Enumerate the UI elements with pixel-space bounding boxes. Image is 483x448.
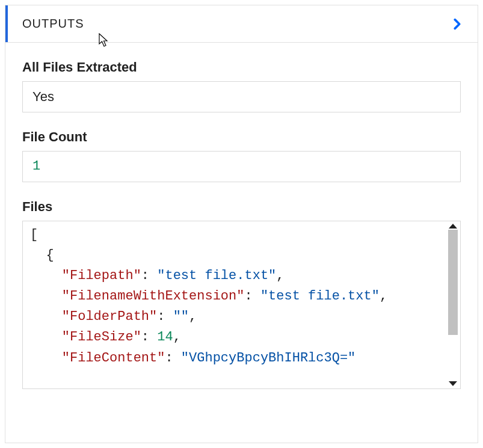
json-scrollbar[interactable] — [447, 222, 459, 387]
value-all-files-extracted[interactable]: Yes — [22, 81, 461, 112]
value-file-count[interactable]: 1 — [22, 151, 461, 182]
json-value-filecontent: "VGhpcyBpcyBhIHRlc3Q=" — [181, 351, 355, 366]
label-file-count: File Count — [22, 129, 461, 145]
json-value-filepath: "test file.txt" — [157, 268, 276, 283]
json-key-filepath: "Filepath" — [62, 268, 141, 283]
json-key-filename: "FilenameWithExtension" — [62, 289, 245, 304]
scroll-down-arrow-icon[interactable] — [449, 381, 457, 386]
json-open-bracket: [ — [30, 227, 38, 242]
panel-content: All Files Extracted Yes File Count 1 Fil… — [5, 43, 478, 389]
json-comma: , — [276, 268, 284, 283]
json-value-filesize: 14 — [157, 330, 173, 345]
field-file-count: File Count 1 — [22, 129, 461, 182]
chevron-right-icon[interactable] — [448, 14, 467, 34]
json-comma: , — [189, 309, 197, 324]
json-viewer[interactable]: [ { "Filepath": "test file.txt", "Filena… — [22, 221, 461, 389]
outputs-panel: OUTPUTS All Files Extracted Yes File Cou… — [5, 5, 478, 443]
json-value-filename: "test file.txt" — [260, 289, 380, 304]
json-indent — [30, 351, 62, 366]
panel-header: OUTPUTS — [5, 5, 478, 43]
json-indent — [30, 330, 62, 345]
label-files: Files — [22, 199, 461, 215]
json-value-folderpath: "" — [173, 309, 189, 324]
json-indent — [30, 309, 62, 324]
header-left: OUTPUTS — [5, 5, 84, 42]
json-colon: : — [244, 289, 260, 304]
json-indent — [30, 289, 62, 304]
json-indent — [30, 268, 62, 283]
json-key-filesize: "FileSize" — [62, 330, 141, 345]
scrollbar-thumb[interactable] — [448, 230, 458, 335]
field-files: Files [ { "Filepath": "test file.txt", "… — [22, 199, 461, 389]
json-colon: : — [141, 330, 157, 345]
json-colon: : — [141, 268, 157, 283]
json-open-brace: { — [30, 248, 54, 263]
scrollbar-track[interactable] — [448, 230, 458, 380]
json-colon: : — [165, 351, 180, 366]
json-colon: : — [157, 309, 173, 324]
label-all-files-extracted: All Files Extracted — [22, 60, 461, 75]
json-comma: , — [380, 289, 387, 304]
field-all-files-extracted: All Files Extracted Yes — [22, 60, 461, 112]
json-key-folderpath: "FolderPath" — [62, 309, 157, 324]
json-comma: , — [173, 330, 181, 345]
scroll-up-arrow-icon[interactable] — [449, 224, 457, 229]
panel-title: OUTPUTS — [8, 17, 84, 31]
json-key-filecontent: "FileContent" — [62, 351, 165, 366]
